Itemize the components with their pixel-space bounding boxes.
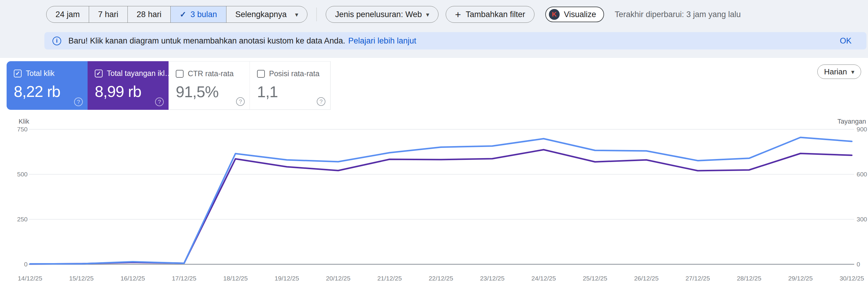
date-range-group: 24 jam 7 hari 28 hari ✓ 3 bulan Selengka… [46, 6, 307, 23]
right-axis-title: Tayangan [837, 118, 866, 125]
card-label-row: CTR rata-rata [176, 69, 250, 78]
left-axis-tick-label: 250 [17, 216, 28, 223]
chevron-down-icon: ▾ [295, 11, 299, 18]
card-label-row: ✓ Total tayangan ikl… [95, 69, 168, 78]
card-label: Total klik [26, 69, 55, 78]
x-axis-date-label: 22/12/25 [429, 275, 453, 282]
impressions-line [30, 150, 852, 264]
chevron-down-icon: ▾ [426, 11, 429, 18]
x-axis-date-label: 14/12/25 [18, 275, 42, 282]
help-icon[interactable]: ? [317, 97, 326, 106]
card-label: CTR rata-rata [188, 69, 234, 78]
x-axis-date-label: 16/12/25 [121, 275, 145, 282]
clicks-checkbox-checked-icon[interactable]: ✓ [14, 70, 22, 77]
learn-more-link[interactable]: Pelajari lebih lanjut [348, 36, 416, 45]
filter-toolbar: 24 jam 7 hari 28 hari ✓ 3 bulan Selengka… [0, 0, 868, 29]
granularity-label: Harian [824, 67, 847, 76]
x-axis-date-label: 23/12/25 [480, 275, 504, 282]
metric-card-avg-position[interactable]: Posisi rata-rata 1,1 ? [250, 61, 331, 110]
x-axis-date-label: 17/12/25 [172, 275, 196, 282]
x-axis-date-label: 30/12/25 [839, 275, 864, 282]
left-axis-tick-label: 500 [17, 171, 28, 178]
card-label: Posisi rata-rata [269, 69, 319, 78]
banner-ok-button[interactable]: OK [840, 36, 851, 45]
annotation-info-banner: i Baru! Klik kanan diagram untuk menamba… [44, 32, 867, 50]
x-axis-date-label: 15/12/25 [69, 275, 94, 282]
card-label-row: Posisi rata-rata [257, 69, 330, 78]
impressions-checkbox-checked-icon[interactable]: ✓ [95, 70, 102, 77]
add-filter-button[interactable]: + Tambahkan filter [446, 6, 534, 23]
info-icon: i [53, 37, 61, 45]
position-checkbox-unchecked-icon[interactable] [257, 70, 265, 78]
x-axis-date-label: 26/12/25 [634, 275, 659, 282]
check-icon: ✓ [180, 10, 186, 18]
right-axis-tick-label: 300 [857, 216, 867, 223]
card-label-row: ✓ Total klik [14, 69, 88, 78]
date-range-label: 7 hari [98, 10, 119, 19]
date-range-24h[interactable]: 24 jam [46, 6, 89, 23]
clicks-line [30, 137, 852, 264]
chart-area: 00250300500600750900KlikTayangan14/12/25… [0, 116, 868, 288]
help-icon[interactable]: ? [155, 97, 164, 106]
ctr-checkbox-unchecked-icon[interactable] [176, 70, 184, 78]
x-axis-date-label: 25/12/25 [583, 275, 607, 282]
date-range-label: 24 jam [56, 10, 80, 19]
search-type-dropdown[interactable]: Jenis penelusuran: Web ▾ [326, 6, 438, 23]
toolbar-divider [316, 7, 317, 21]
visualize-button[interactable]: K Visualize [545, 7, 604, 22]
visualize-label: Visualize [564, 10, 596, 19]
chart-panel: ✓ Total klik 8,22 rb ? ✓ Total tayangan … [0, 58, 868, 288]
metric-cards: ✓ Total klik 8,22 rb ? ✓ Total tayangan … [7, 61, 331, 110]
metric-card-avg-ctr[interactable]: CTR rata-rata 91,5% ? [168, 61, 250, 110]
left-axis-title: Klik [19, 118, 29, 125]
date-range-3mo-selected[interactable]: ✓ 3 bulan [170, 6, 226, 23]
right-axis-tick-label: 600 [857, 171, 867, 178]
left-axis-tick-label: 750 [17, 126, 28, 133]
keywords-extension-icon: K [549, 9, 560, 20]
search-type-label: Jenis penelusuran: Web [335, 10, 422, 19]
search-console-performance-page: 24 jam 7 hari 28 hari ✓ 3 bulan Selengka… [0, 0, 868, 288]
chevron-down-icon: ▾ [851, 69, 855, 75]
metric-card-total-clicks[interactable]: ✓ Total klik 8,22 rb ? [7, 61, 88, 110]
x-axis-date-label: 29/12/25 [788, 275, 813, 282]
date-range-28d[interactable]: 28 hari [128, 6, 171, 23]
x-axis-date-label: 18/12/25 [223, 275, 248, 282]
add-filter-label: Tambahkan filter [466, 10, 525, 19]
date-range-7d[interactable]: 7 hari [89, 6, 128, 23]
banner-message: Baru! Klik kanan diagram untuk menambahk… [68, 36, 345, 45]
x-axis-date-label: 19/12/25 [274, 275, 299, 282]
x-axis-date-label: 24/12/25 [531, 275, 556, 282]
right-axis-tick-label: 0 [857, 261, 860, 267]
help-icon[interactable]: ? [74, 97, 83, 106]
date-range-more[interactable]: Selengkapnya ▾ [226, 6, 307, 23]
x-axis-date-label: 27/12/25 [685, 275, 710, 282]
x-axis-date-label: 28/12/25 [737, 275, 762, 282]
left-axis-tick-label: 0 [24, 261, 28, 267]
x-axis-date-label: 21/12/25 [377, 275, 402, 282]
granularity-dropdown[interactable]: Harian ▾ [817, 64, 861, 79]
right-axis-tick-label: 900 [857, 126, 867, 133]
plus-icon: + [455, 9, 461, 20]
performance-chart[interactable]: 00250300500600750900KlikTayangan14/12/25… [0, 116, 868, 288]
x-axis-date-label: 20/12/25 [326, 275, 351, 282]
date-range-label: 3 bulan [190, 10, 217, 19]
date-range-label: 28 hari [137, 10, 162, 19]
card-label: Total tayangan ikl… [107, 69, 168, 78]
metric-card-total-impressions[interactable]: ✓ Total tayangan ikl… 8,99 rb ? [88, 61, 168, 110]
help-icon[interactable]: ? [236, 97, 245, 106]
last-updated-text: Terakhir diperbarui: 3 jam yang lalu [615, 10, 741, 19]
date-range-label: Selengkapnya [236, 10, 287, 19]
